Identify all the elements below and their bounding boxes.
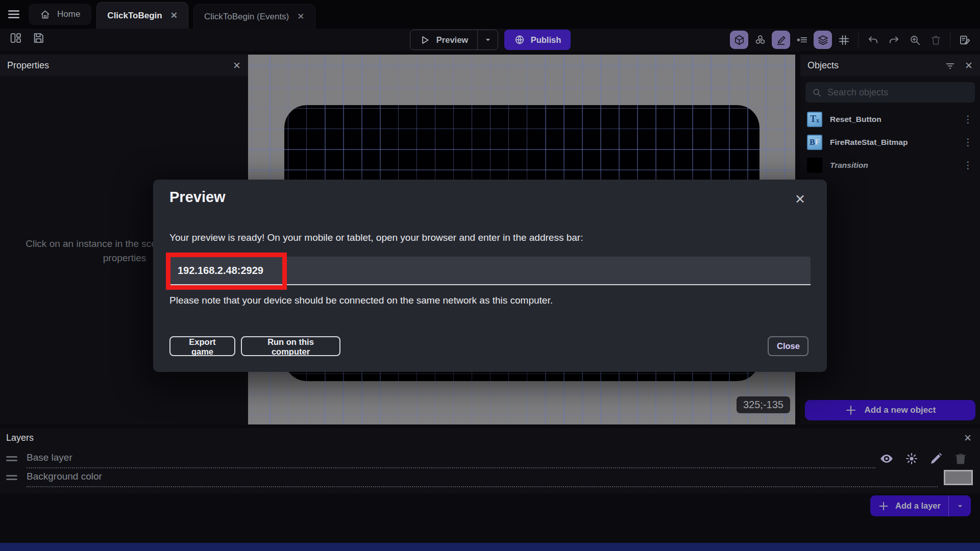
network-note-text: Please note that your device should be c… xyxy=(169,295,553,306)
add-layer-button[interactable]: Add a layer xyxy=(870,495,971,516)
dialog-title: Preview xyxy=(169,189,226,206)
export-game-button[interactable]: Export game xyxy=(169,336,235,356)
hamburger-menu-icon[interactable] xyxy=(7,8,20,21)
text-object-icon: Tx xyxy=(807,112,822,127)
layers-panel-icon[interactable] xyxy=(814,31,832,49)
preview-button-main[interactable]: Preview xyxy=(410,30,477,49)
toolbar-divider xyxy=(858,32,859,47)
dialog-close-button[interactable]: Close xyxy=(768,336,808,356)
objects-panel: Objects ✕ Tx Reset_Button ⋮ BF FireRateS… xyxy=(800,55,980,424)
visibility-eye-icon[interactable] xyxy=(879,451,894,466)
tab-label: Home xyxy=(57,9,80,19)
background-color-swatch[interactable] xyxy=(944,470,973,485)
caret-down-icon xyxy=(956,502,964,510)
app-window: Home ClickToBegin ✕ ClickToBegin (Events… xyxy=(0,0,980,551)
caret-down-icon xyxy=(484,36,492,44)
preview-label: Preview xyxy=(436,35,468,45)
add-new-object-button[interactable]: Add a new object xyxy=(805,400,975,420)
save-icon[interactable] xyxy=(32,32,45,44)
delete-icon[interactable] xyxy=(926,31,945,49)
globe-icon xyxy=(514,34,525,45)
more-vertical-icon[interactable]: ⋮ xyxy=(963,159,973,171)
bottom-strip xyxy=(0,543,980,551)
trash-icon[interactable] xyxy=(953,452,968,466)
layer-name: Background color xyxy=(27,471,102,482)
tab-bar: Home ClickToBegin ✕ ClickToBegin (Events… xyxy=(0,0,980,29)
layer-row-background-color[interactable]: Background color xyxy=(0,469,980,487)
preview-dialog: Preview ✕ Your preview is ready! On your… xyxy=(153,180,827,372)
object-name: Reset_Button xyxy=(830,115,881,124)
close-icon[interactable]: ✕ xyxy=(233,60,241,71)
drag-handle-icon[interactable] xyxy=(6,456,17,463)
toolbar-right-icons xyxy=(730,31,974,49)
lighting-sun-icon[interactable] xyxy=(904,452,919,466)
toolbar-divider xyxy=(950,32,950,47)
row-divider xyxy=(27,467,875,468)
bitmap-font-object-icon: BF xyxy=(807,135,822,150)
search-icon xyxy=(812,87,822,97)
cursor-coordinates-badge: 325;-135 xyxy=(737,396,790,413)
add-layer-dropdown-button[interactable] xyxy=(948,495,971,516)
tab-label: ClickToBegin xyxy=(107,11,162,21)
grid-icon[interactable] xyxy=(835,31,853,49)
objects-panel-icon[interactable] xyxy=(730,31,748,49)
home-icon xyxy=(40,9,51,20)
object-groups-icon[interactable] xyxy=(751,31,769,49)
layer-name: Base layer xyxy=(27,452,72,463)
row-divider xyxy=(27,486,938,487)
instances-list-icon[interactable] xyxy=(793,31,811,49)
more-vertical-icon[interactable]: ⋮ xyxy=(963,136,973,148)
zoom-in-icon[interactable] xyxy=(905,31,924,49)
close-icon[interactable]: ✕ xyxy=(964,432,972,444)
close-icon[interactable]: ✕ xyxy=(170,11,178,20)
object-name: Transition xyxy=(830,161,868,170)
preview-ready-text: Your preview is ready! On your mobile or… xyxy=(169,232,583,243)
more-vertical-icon[interactable]: ⋮ xyxy=(963,113,973,125)
object-list-item[interactable]: BF FireRateStat_Bitmap ⋮ xyxy=(800,131,980,154)
layer-row-base[interactable]: Base layer xyxy=(0,450,980,468)
tab-home[interactable]: Home xyxy=(29,4,91,25)
tab-label: ClickToBegin (Events) xyxy=(204,12,289,22)
properties-panel-header: Properties ✕ xyxy=(0,55,248,76)
objects-panel-title: Objects xyxy=(807,60,839,71)
preview-dropdown-button[interactable] xyxy=(477,30,498,49)
layers-panel-title: Layers xyxy=(6,433,34,443)
objects-search-box[interactable] xyxy=(805,82,975,103)
edit-pencil-icon[interactable] xyxy=(929,452,943,466)
close-icon[interactable]: ✕ xyxy=(965,60,973,71)
run-on-this-computer-button[interactable]: Run on this computer xyxy=(241,336,340,356)
drag-handle-icon[interactable] xyxy=(6,475,17,482)
object-name: FireRateStat_Bitmap xyxy=(830,138,908,147)
toolbar-left-icons xyxy=(9,32,45,44)
filter-icon[interactable] xyxy=(945,60,955,71)
object-list-item[interactable]: Transition ⋮ xyxy=(800,154,980,177)
close-icon[interactable]: ✕ xyxy=(297,12,304,21)
properties-panel-title: Properties xyxy=(7,60,49,71)
tab-events-clicktobegin[interactable]: ClickToBegin (Events) ✕ xyxy=(193,4,315,29)
preview-address-field[interactable] xyxy=(169,257,811,285)
publish-label: Publish xyxy=(531,35,561,45)
add-layer-button-main[interactable]: Add a layer xyxy=(870,495,948,516)
objects-panel-header: Objects ✕ xyxy=(800,55,980,76)
add-layer-label: Add a layer xyxy=(895,501,941,511)
black-square-object-icon xyxy=(807,158,822,173)
search-objects-input[interactable] xyxy=(827,87,969,98)
edit-scene-icon[interactable] xyxy=(955,31,974,49)
publish-button[interactable]: Publish xyxy=(504,30,571,50)
edit-instance-icon[interactable] xyxy=(772,31,790,49)
add-new-object-label: Add a new object xyxy=(865,405,936,415)
layers-panel: Layers ✕ Base layer xyxy=(0,428,980,493)
tab-scene-clicktobegin[interactable]: ClickToBegin ✕ xyxy=(96,2,188,29)
panels-layout-icon[interactable] xyxy=(9,32,22,44)
plus-icon xyxy=(845,404,857,416)
redo-icon[interactable] xyxy=(885,31,903,49)
preview-button[interactable]: Preview xyxy=(410,30,498,50)
object-list-item[interactable]: Tx Reset_Button ⋮ xyxy=(800,108,980,131)
undo-icon[interactable] xyxy=(864,31,882,49)
preview-address-input[interactable] xyxy=(169,257,811,284)
close-icon[interactable]: ✕ xyxy=(795,192,805,207)
plus-icon xyxy=(878,500,889,512)
play-icon xyxy=(420,35,430,45)
